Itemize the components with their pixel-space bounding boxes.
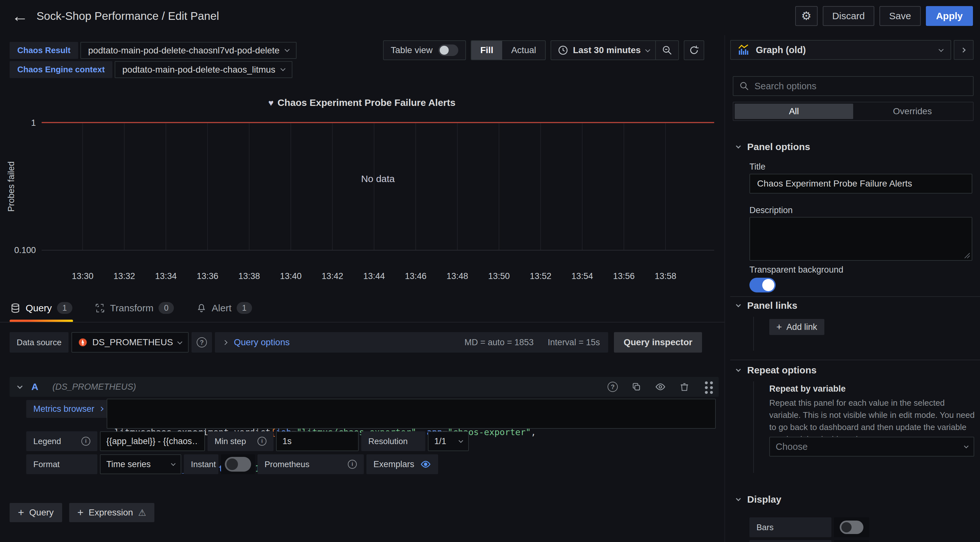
chevron-right-icon bbox=[223, 340, 228, 345]
resolution-value: 1/1 bbox=[434, 436, 447, 446]
trash-icon[interactable] bbox=[679, 382, 689, 392]
instant-toggle[interactable] bbox=[225, 457, 251, 472]
drag-handle-icon[interactable] bbox=[705, 381, 708, 384]
add-expression-label: Expression bbox=[89, 507, 133, 518]
panel-toolbar: Table view Fill Actual Last 30 minutes bbox=[383, 40, 704, 60]
time-range-label: Last 30 minutes bbox=[573, 45, 641, 55]
section-divider bbox=[730, 296, 980, 297]
display-header[interactable]: Display bbox=[737, 494, 781, 505]
svg-text:13:44: 13:44 bbox=[363, 271, 385, 281]
tab-all[interactable]: All bbox=[735, 104, 853, 119]
back-arrow-icon[interactable]: ← bbox=[11, 8, 28, 24]
tab-overrides[interactable]: Overrides bbox=[853, 104, 972, 119]
add-link-button[interactable]: + Add link bbox=[769, 319, 824, 335]
panel-links-header[interactable]: Panel links bbox=[737, 300, 797, 311]
panel-title-input[interactable] bbox=[749, 174, 972, 193]
options-search[interactable] bbox=[733, 76, 974, 96]
transparent-background-toggle[interactable] bbox=[749, 278, 776, 292]
table-view-toggle[interactable]: Table view bbox=[383, 40, 466, 60]
discard-button[interactable]: Discard bbox=[823, 6, 875, 26]
instant-label-box: Instant bbox=[184, 454, 218, 474]
editor-tabs: Query 1 Transform 0 Alert 1 bbox=[10, 300, 253, 322]
repeat-by-variable-label: Repeat by variable bbox=[769, 384, 846, 394]
metrics-browser-button[interactable]: Metrics browser bbox=[26, 400, 110, 418]
dashboard-settings-button[interactable]: ⚙ bbox=[795, 6, 818, 26]
svg-text:13:50: 13:50 bbox=[488, 271, 510, 281]
add-query-button[interactable]: + Query bbox=[10, 503, 62, 522]
info-icon[interactable]: i bbox=[81, 437, 90, 446]
tab-alert[interactable]: Alert 1 bbox=[196, 300, 253, 322]
zoom-out-time-button[interactable] bbox=[655, 41, 678, 60]
sidebar-divider bbox=[724, 35, 725, 542]
datasource-picker[interactable]: DS_PROMETHEUS bbox=[72, 332, 189, 353]
exemplars-eye-icon[interactable] bbox=[420, 459, 431, 470]
prometheus-icon bbox=[78, 337, 87, 348]
chart-title-text: Chaos Experiment Probe Failure Alerts bbox=[277, 97, 455, 108]
zoom-out-icon bbox=[662, 45, 673, 55]
collapse-chevron-icon[interactable] bbox=[17, 383, 23, 389]
info-icon[interactable]: i bbox=[258, 437, 266, 446]
grafana-edit-panel-screen: ← Sock-Shop Performance / Edit Panel ⚙ D… bbox=[0, 0, 980, 542]
options-search-input[interactable] bbox=[754, 81, 967, 92]
svg-text:13:32: 13:32 bbox=[113, 271, 135, 281]
eye-icon[interactable] bbox=[655, 381, 666, 392]
resolution-select[interactable]: 1/1 bbox=[428, 431, 469, 451]
svg-text:13:56: 13:56 bbox=[613, 271, 635, 281]
variable-value-dropdown[interactable]: podtato-main-pod-delete-chaosnl7vd-pod-d… bbox=[80, 42, 297, 59]
fill-option[interactable]: Fill bbox=[471, 41, 502, 60]
query-options-link[interactable]: Query options bbox=[234, 337, 290, 347]
svg-text:13:30: 13:30 bbox=[72, 271, 94, 281]
description-field-label: Description bbox=[749, 205, 793, 216]
query-help-icon[interactable]: ? bbox=[608, 382, 618, 392]
y-axis-title: Probes failed bbox=[6, 161, 16, 212]
info-icon[interactable]: i bbox=[348, 460, 357, 469]
repeat-options-header[interactable]: Repeat options bbox=[737, 365, 817, 376]
table-view-switch[interactable] bbox=[438, 44, 458, 56]
bell-icon bbox=[196, 303, 207, 313]
copy-icon[interactable] bbox=[631, 382, 641, 392]
repeat-variable-placeholder: Choose bbox=[776, 442, 808, 452]
panel-description-textarea[interactable] bbox=[749, 217, 972, 261]
add-expression-button[interactable]: + Expression ⚠ bbox=[69, 503, 155, 522]
min-step-label: Min step bbox=[215, 436, 246, 446]
bars-label-text: Bars bbox=[756, 523, 773, 532]
toggle-options-pane-button[interactable] bbox=[954, 40, 974, 60]
variable-chaos-result: Chaos Result podtato-main-pod-delete-cha… bbox=[10, 42, 297, 59]
refresh-button[interactable] bbox=[684, 40, 704, 60]
chart[interactable]: 1 0.100 Probes failed No data 13:3013:32… bbox=[0, 110, 724, 286]
actual-option[interactable]: Actual bbox=[502, 41, 545, 60]
panel-options-header[interactable]: Panel options bbox=[737, 141, 810, 152]
search-icon bbox=[739, 81, 749, 92]
fill-actual-segment: Fill Actual bbox=[471, 40, 546, 60]
variable-value-dropdown[interactable]: podtato-main-pod-delete-chaos_litmus bbox=[115, 61, 293, 78]
visualization-picker[interactable]: Graph (old) bbox=[730, 40, 951, 60]
max-datapoints-stat: MD = auto = 1853 bbox=[465, 338, 533, 347]
min-step-input[interactable] bbox=[276, 431, 359, 451]
time-range-picker[interactable]: Last 30 minutes bbox=[550, 40, 679, 60]
query-row-header[interactable]: A (DS_PROMETHEUS) ? bbox=[10, 377, 719, 397]
clock-icon bbox=[558, 45, 568, 55]
tab-label: Query bbox=[25, 303, 52, 314]
chevron-down-icon bbox=[171, 461, 175, 466]
svg-text:13:36: 13:36 bbox=[197, 271, 218, 281]
save-button[interactable]: Save bbox=[880, 6, 920, 26]
chart-gridlines bbox=[83, 122, 665, 250]
datasource-help-button[interactable]: ? bbox=[191, 332, 212, 353]
interval-stat: Interval = 15s bbox=[548, 338, 600, 347]
bars-toggle[interactable] bbox=[840, 521, 864, 534]
section-guide-line bbox=[753, 381, 754, 473]
promql-editor[interactable]: litmuschaos_experiment_verdict{job="litm… bbox=[107, 399, 716, 429]
query-inspector-button[interactable]: Query inspector bbox=[614, 332, 702, 353]
section-divider bbox=[730, 360, 980, 360]
query-options-bar[interactable]: Query options MD = auto = 1853 Interval … bbox=[215, 332, 608, 353]
repeat-variable-select[interactable]: Choose bbox=[769, 437, 974, 456]
variable-value-text: podtato-main-pod-delete-chaos_litmus bbox=[123, 65, 275, 75]
chevron-down-icon bbox=[459, 438, 463, 443]
legend-format-input[interactable] bbox=[100, 431, 205, 451]
resize-handle-icon[interactable] bbox=[964, 253, 970, 258]
apply-button[interactable]: Apply bbox=[926, 6, 973, 26]
tab-transform[interactable]: Transform 0 bbox=[94, 300, 175, 322]
tab-query[interactable]: Query 1 bbox=[10, 300, 73, 322]
format-select[interactable]: Time series bbox=[100, 454, 181, 474]
format-label: Format bbox=[33, 460, 60, 469]
